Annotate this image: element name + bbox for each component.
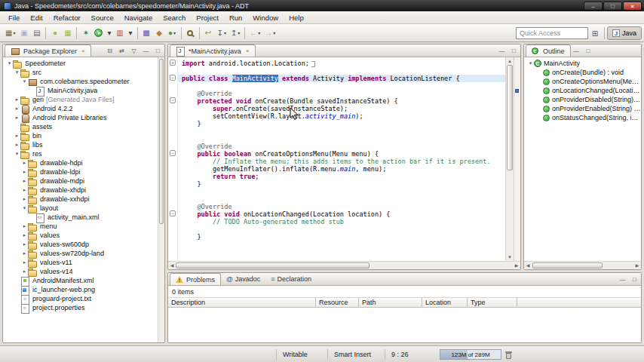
menu-edit[interactable]: Edit — [25, 12, 48, 23]
collapse-expander-icon[interactable]: ▾ — [21, 78, 28, 84]
collapse-expander-icon[interactable]: ▾ — [14, 69, 20, 75]
expand-expander-icon[interactable]: ▸ — [21, 241, 28, 247]
maximize-button[interactable]: □ — [629, 274, 640, 284]
maximize-button[interactable]: □ — [583, 45, 594, 56]
code-area[interactable]: import android.location.Location;public … — [178, 57, 505, 261]
tree-item[interactable]: project.properties — [3, 303, 158, 312]
scrollbar-thumb[interactable] — [176, 262, 370, 268]
new-java-project-button[interactable]: ▩ — [140, 26, 153, 40]
package-explorer-scrollbar[interactable] — [158, 57, 164, 342]
menu-search[interactable]: Search — [158, 12, 191, 23]
tree-item[interactable]: ▸Android 4.2.2 — [3, 104, 158, 113]
android-virtual-device-manager-button[interactable]: ▦ — [61, 26, 74, 40]
window-maximize-button[interactable]: □ — [603, 2, 622, 11]
collapse-expander-icon[interactable]: ▾ — [6, 60, 13, 66]
next-annotation-button[interactable]: ↧▾ — [215, 26, 228, 40]
tree-item[interactable]: ▸values-v11 — [3, 258, 158, 267]
minimize-button[interactable]: — — [571, 45, 582, 56]
expand-expander-icon[interactable]: ▸ — [21, 196, 28, 202]
expand-expander-icon[interactable]: ▸ — [21, 223, 28, 229]
expand-expander-icon[interactable]: ▸ — [14, 133, 20, 139]
quick-access-input[interactable] — [516, 27, 588, 39]
back-button[interactable]: ←▾ — [247, 26, 262, 40]
collapse-fold-icon[interactable]: − — [170, 97, 176, 103]
tree-item[interactable]: ▸libs — [3, 140, 158, 149]
expand-expander-icon[interactable]: ▸ — [21, 187, 28, 193]
window-minimize-button[interactable]: – — [584, 2, 603, 11]
tab-declaration[interactable]: Declaration — [265, 273, 317, 285]
outline-item[interactable]: onCreate(Bundle) : void — [524, 68, 641, 77]
minimize-button[interactable]: — — [617, 274, 628, 284]
print-button[interactable]: ▤ — [30, 26, 43, 40]
tree-item[interactable]: ▸gen[Generated Java Files] — [3, 95, 158, 104]
maximize-button[interactable]: □ — [508, 45, 520, 56]
scroll-up-icon[interactable]: ▲ — [506, 57, 514, 65]
title-bar[interactable]: Java - Speedometer/src/com/colebarnes/sp… — [0, 0, 644, 11]
expand-expander-icon[interactable]: ▸ — [14, 106, 20, 112]
debug-button[interactable]: ✶ — [79, 26, 92, 40]
expand-expander-icon[interactable]: ▸ — [21, 259, 28, 265]
expand-expander-icon[interactable]: ▸ — [21, 250, 28, 256]
outline-item[interactable]: onCreateOptionsMenu(Menu) : boolean — [524, 77, 641, 86]
tree-item[interactable]: ▸drawable-ldpi — [3, 167, 158, 176]
tree-item[interactable]: ▸drawable-hdpi — [3, 158, 158, 167]
new-class-button[interactable]: ●▾ — [166, 26, 179, 40]
scroll-down-icon[interactable]: ▼ — [506, 253, 514, 261]
tree-item[interactable]: ▸drawable-xhdpi — [3, 186, 158, 195]
column-header-path[interactable]: Path — [359, 298, 422, 307]
outline-item[interactable]: onLocationChanged(Location) : void — [524, 86, 641, 95]
column-header-resource[interactable]: Resource — [316, 298, 359, 307]
collapse-expander-icon[interactable]: ▾ — [21, 205, 28, 211]
collapse-fold-icon[interactable]: − — [170, 75, 176, 81]
save-button[interactable]: ▣ — [17, 26, 30, 40]
tab-problems[interactable]: Problems — [170, 273, 221, 285]
menu-run[interactable]: Run — [224, 12, 247, 23]
scroll-right-icon[interactable]: ▶ — [513, 262, 520, 269]
open-perspective-button[interactable]: ⊞ — [588, 26, 602, 40]
window-close-button[interactable]: × — [623, 2, 642, 11]
tree-item[interactable]: ▾com.colebarnes.speedometer — [3, 77, 158, 86]
menu-window[interactable]: Window — [247, 12, 284, 23]
expand-fold-icon[interactable]: + — [170, 60, 176, 66]
editor-horizontal-scrollbar[interactable]: ◀ ▶ — [168, 261, 520, 269]
tree-item[interactable]: activity_main.xml — [3, 213, 158, 222]
column-header-location[interactable]: Location — [422, 298, 468, 307]
scrollbar-thumb[interactable] — [532, 262, 603, 268]
tree-item[interactable]: proguard-project.txt — [3, 294, 158, 303]
column-header-type[interactable]: Type — [468, 298, 517, 307]
run-garbage-collector-button[interactable] — [504, 350, 514, 360]
forward-button[interactable]: →▾ — [262, 26, 278, 40]
collapse-expander-icon[interactable]: ▾ — [527, 60, 534, 66]
tab-outline[interactable]: Outline — [526, 44, 571, 57]
collapse-fold-icon[interactable]: − — [170, 210, 176, 216]
outline-horizontal-scrollbar[interactable]: ◀ ▶ — [524, 261, 641, 269]
outline-item[interactable]: onProviderDisabled(String) : void — [524, 95, 641, 104]
tree-item[interactable]: assets — [3, 122, 158, 131]
problems-table-body[interactable] — [168, 310, 641, 342]
tree-item[interactable]: MainActivity.java — [3, 86, 158, 95]
tab-package-explorer[interactable]: Package Explorer × — [5, 44, 91, 57]
tree-item[interactable]: ▸Android Private Libraries — [3, 113, 158, 122]
last-edit-location-button[interactable]: ↩ — [202, 26, 215, 40]
expand-expander-icon[interactable]: ▸ — [21, 268, 28, 275]
tree-item[interactable]: ▾src — [3, 68, 158, 77]
expand-expander-icon[interactable]: ▸ — [21, 160, 28, 166]
close-editor-icon[interactable]: × — [246, 48, 250, 54]
overview-ruler[interactable] — [514, 57, 520, 261]
tree-item[interactable]: ▸drawable-mdpi — [3, 176, 158, 186]
expand-expander-icon[interactable]: ▸ — [21, 178, 28, 184]
expand-expander-icon[interactable]: ▸ — [14, 115, 20, 121]
expand-expander-icon[interactable]: ▸ — [21, 169, 28, 175]
tree-item[interactable]: ▾res — [3, 149, 158, 158]
maximize-button[interactable]: □ — [152, 45, 164, 56]
tree-item[interactable]: ▸values — [3, 231, 158, 240]
android-sdk-manager-button[interactable]: ● — [48, 26, 61, 40]
run-button[interactable] — [92, 26, 105, 40]
tree-item[interactable]: ▸drawable-xxhdpi — [3, 195, 158, 204]
collapse-all-button[interactable]: ⊟ — [104, 45, 115, 56]
link-with-editor-button[interactable]: ⇄ — [116, 45, 127, 56]
tree-item[interactable]: ic_launcher-web.png — [3, 285, 158, 294]
editor-vertical-scrollbar[interactable]: ▲ ▼ — [505, 57, 514, 261]
tree-item[interactable]: ▾Speedometer — [3, 59, 158, 68]
menu-navigate[interactable]: Navigate — [119, 12, 158, 23]
